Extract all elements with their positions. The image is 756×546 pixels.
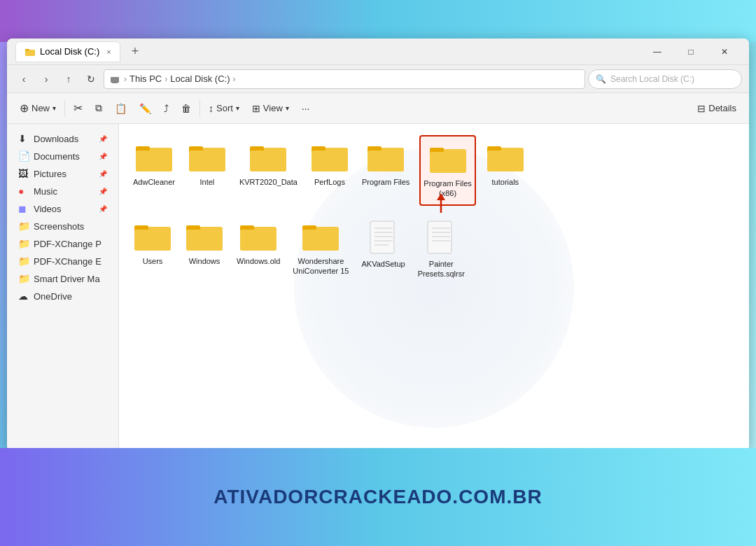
- breadcrumb-local-disk[interactable]: Local Disk (C:): [170, 74, 230, 84]
- file-label-program-files: Program Files: [362, 177, 410, 187]
- folder-programfiles-icon: [366, 141, 405, 174]
- file-akvadsetup[interactable]: AKVadSetup: [358, 214, 407, 274]
- sidebar-item-onedrive[interactable]: ☁ OneDrive: [10, 288, 115, 304]
- folder-wondershare-icon: [301, 220, 340, 253]
- documents-icon: 📄: [18, 150, 29, 162]
- share-button[interactable]: ⤴: [158, 97, 174, 120]
- smart-driver-icon: 📁: [18, 273, 29, 284]
- paste-icon: 📋: [115, 103, 127, 114]
- file-users[interactable]: Users: [130, 214, 175, 272]
- sort-button[interactable]: ↕ Sort ▾: [203, 97, 245, 120]
- rename-button[interactable]: ✏️: [134, 97, 157, 120]
- file-label-kvrt2020: KVRT2020_Data: [239, 177, 298, 187]
- pdfxchange-e-icon: 📁: [18, 255, 29, 267]
- svg-rect-46: [428, 221, 451, 253]
- music-pin-icon: 📌: [99, 188, 107, 195]
- sidebar-label-downloads: Downloads: [34, 134, 78, 144]
- main-area: ⬇ Downloads 📌 📄 Documents 📌 🖼 Pictures 📌…: [7, 124, 749, 451]
- forward-button[interactable]: ›: [36, 69, 56, 89]
- up-button[interactable]: ↑: [59, 69, 78, 89]
- bottom-text: ATIVADORCRACKEADO.COM.BR: [214, 486, 542, 508]
- this-pc-icon: [110, 74, 120, 84]
- copy-button[interactable]: ⧉: [90, 97, 108, 120]
- sidebar-item-videos[interactable]: ◼ Videos 📌: [10, 200, 115, 217]
- downloads-pin-icon: 📌: [99, 135, 107, 143]
- new-button[interactable]: ⊕ New ▾: [14, 97, 62, 120]
- back-button[interactable]: ‹: [14, 69, 34, 89]
- view-label: View: [263, 103, 283, 113]
- minimize-button[interactable]: —: [641, 41, 673, 62]
- bottom-bar: ATIVADORCRACKEADO.COM.BR: [0, 448, 756, 546]
- more-icon: ···: [302, 103, 310, 114]
- sidebar-item-pictures[interactable]: 🖼 Pictures 📌: [10, 165, 115, 182]
- paste-button[interactable]: 📋: [109, 97, 132, 120]
- breadcrumb-this-pc[interactable]: [110, 74, 121, 85]
- sidebar-item-pdfxchange-p[interactable]: 📁 PDF-XChange P: [10, 235, 115, 252]
- more-button[interactable]: ···: [296, 97, 316, 120]
- breadcrumb-sep-3: ›: [232, 74, 235, 84]
- pictures-icon: 🖼: [18, 168, 29, 179]
- up-arrow-icon: [434, 193, 448, 214]
- sidebar-label-pdfxchange-p: PDF-XChange P: [34, 239, 102, 249]
- share-icon: ⤴: [164, 103, 169, 114]
- refresh-button[interactable]: ↻: [81, 69, 101, 89]
- file-label-adwcleaner: AdwCleaner: [133, 177, 175, 187]
- file-tutorials[interactable]: tutorials: [483, 135, 528, 206]
- svg-marker-45: [437, 193, 445, 200]
- file-wondershare[interactable]: WondershareUniConverter 15: [290, 214, 351, 282]
- file-program-files[interactable]: Program Files: [359, 135, 412, 206]
- svg-rect-25: [487, 150, 524, 172]
- svg-rect-4: [112, 83, 118, 83]
- breadcrumb-this-pc-label[interactable]: This PC: [130, 74, 162, 84]
- file-kvrt2020[interactable]: KVRT2020_Data: [237, 135, 300, 206]
- file-label-wondershare: WondershareUniConverter 15: [293, 256, 349, 276]
- window-tab[interactable]: Local Disk (C:) ×: [15, 41, 120, 62]
- maximize-button[interactable]: □: [675, 41, 707, 62]
- cut-button[interactable]: ✂: [68, 97, 88, 120]
- file-windows-old[interactable]: Windows.old: [234, 214, 283, 272]
- tab-close-button[interactable]: ×: [106, 48, 111, 56]
- delete-button[interactable]: 🗑: [176, 97, 197, 120]
- pdfxchange-p-icon: 📁: [18, 238, 29, 249]
- sidebar-label-music: Music: [34, 186, 57, 197]
- file-windows[interactable]: Windows: [182, 214, 227, 272]
- search-placeholder: Search Local Disk (C:): [610, 74, 694, 84]
- toolbar-separator-2: [200, 100, 200, 117]
- view-button[interactable]: ⊞ View ▾: [246, 97, 295, 120]
- svg-rect-13: [250, 150, 286, 172]
- folder-tutorials-icon: [486, 141, 525, 174]
- music-icon: ●: [18, 186, 29, 197]
- sidebar-item-smart-driver[interactable]: 📁 Smart Driver Ma: [10, 270, 115, 287]
- sidebar-item-music[interactable]: ● Music 📌: [10, 183, 115, 200]
- file-perflogs[interactable]: PerfLogs: [307, 135, 352, 206]
- search-box[interactable]: 🔍 Search Local Disk (C:): [588, 69, 742, 89]
- explorer-window: Local Disk (C:) × + — □ ✕ ‹ › ↑ ↻ › This…: [7, 38, 749, 451]
- sidebar: ⬇ Downloads 📌 📄 Documents 📌 🖼 Pictures 📌…: [7, 124, 119, 451]
- address-bar[interactable]: › This PC › Local Disk (C:) ›: [104, 69, 585, 89]
- folder-perflogs-icon: [310, 141, 349, 174]
- breadcrumb-sep-2: ›: [164, 74, 167, 84]
- view-icon: ⊞: [252, 103, 260, 114]
- new-chevron-icon: ▾: [52, 104, 56, 112]
- file-label-intel: Intel: [200, 177, 215, 187]
- toolbar: ⊕ New ▾ ✂ ⧉ 📋 ✏️ ⤴ 🗑 ↕ Sort ▾ ⊞: [7, 93, 749, 124]
- file-adwcleaner[interactable]: AdwCleaner: [130, 135, 178, 206]
- close-button[interactable]: ✕: [708, 41, 741, 62]
- new-tab-button[interactable]: +: [126, 44, 145, 59]
- sidebar-item-screenshots[interactable]: 📁 Screenshots: [10, 218, 115, 234]
- pictures-pin-icon: 📌: [99, 170, 107, 178]
- file-painter-presets[interactable]: PainterPresets.sqlrsr: [415, 214, 468, 285]
- document-akvad-icon: [369, 220, 398, 256]
- details-icon: ⊟: [697, 103, 706, 114]
- sidebar-item-documents[interactable]: 📄 Documents 📌: [10, 148, 115, 164]
- details-button[interactable]: ⊟ Details: [692, 97, 742, 120]
- file-label-akvadsetup: AKVadSetup: [361, 259, 405, 269]
- copy-icon: ⧉: [95, 102, 102, 114]
- sidebar-item-pdfxchange-e[interactable]: 📁 PDF-XChange E: [10, 253, 115, 270]
- window-controls: — □ ✕: [641, 41, 741, 62]
- sort-icon: ↕: [209, 103, 214, 114]
- tab-label: Local Disk (C:): [40, 46, 99, 57]
- file-label-painter-presets: PainterPresets.sqlrsr: [418, 259, 465, 279]
- sidebar-item-downloads[interactable]: ⬇ Downloads 📌: [10, 130, 115, 147]
- file-intel[interactable]: Intel: [185, 135, 230, 206]
